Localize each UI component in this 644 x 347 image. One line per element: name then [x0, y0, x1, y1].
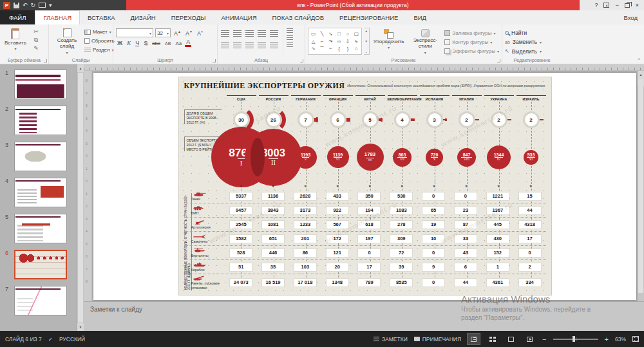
new-slide-button[interactable]: Создать слайд ▾ — [52, 26, 82, 55]
customize-qat-icon[interactable]: ▾ — [49, 0, 52, 10]
scrollbar-thumb[interactable] — [78, 73, 83, 323]
triangle-icon[interactable]: △ — [312, 39, 316, 44]
line-spacing-icon[interactable] — [270, 30, 278, 37]
wave-icon[interactable]: ~ — [329, 46, 332, 52]
notes-toggle[interactable]: ЗАМЕТКИ — [374, 336, 408, 342]
slide-thumbnail-6[interactable]: 6 — [5, 250, 72, 279]
grow-font-icon[interactable]: А▲ — [173, 30, 182, 37]
slide-thumbnail-2[interactable]: 2 — [5, 106, 72, 135]
underline-button[interactable]: Ч — [134, 40, 140, 46]
slide-thumbnail-1[interactable]: 1 — [5, 70, 72, 99]
font-dialog-launcher[interactable] — [213, 59, 216, 62]
freeform-icon[interactable]: ϟ — [355, 39, 357, 44]
layout-button[interactable]: Макет▾ — [84, 28, 115, 36]
redo-icon[interactable]: ↻ — [31, 0, 36, 10]
convert-smartart-icon[interactable] — [287, 42, 293, 48]
tab-переходы[interactable]: ПЕРЕХОДЫ — [164, 10, 214, 24]
undo-icon[interactable]: ↶ — [23, 0, 28, 10]
slide-thumbnail-5[interactable]: 5 — [5, 214, 72, 243]
shapes-gallery-scrollbar[interactable]: ▲▼⌄ — [364, 28, 370, 55]
arrange-button[interactable]: Упорядочить ▾ — [372, 26, 406, 55]
align-center-icon[interactable] — [233, 42, 242, 48]
slide-sorter-button[interactable] — [486, 333, 498, 344]
shrink-font-icon[interactable]: А▼ — [184, 30, 194, 37]
shape-fill-button[interactable]: Заливка фигуры▾ — [444, 29, 499, 37]
line-icon[interactable]: ╲ — [321, 31, 324, 37]
zoom-level[interactable]: 63% — [615, 336, 626, 342]
minimize-icon[interactable]: − — [615, 2, 618, 8]
align-left-icon[interactable] — [221, 42, 229, 48]
slide-thumbnail-4[interactable]: 4 — [5, 178, 72, 207]
replace-button[interactable]: abЗаменить▾ — [505, 38, 542, 46]
horizontal-ruler[interactable] — [84, 64, 644, 71]
reset-button[interactable]: Сбросить — [84, 37, 115, 45]
block-arrow-down-icon[interactable]: ⇩ — [346, 39, 350, 44]
zoom-slider-thumb[interactable] — [573, 336, 575, 342]
sign-in-link[interactable]: Вход — [618, 10, 644, 24]
close-icon[interactable]: × — [636, 2, 639, 8]
collapse-ribbon-icon[interactable]: ^ — [638, 57, 640, 62]
slide-thumbnail-7[interactable]: 7 — [5, 286, 72, 315]
scrollbar-thumb[interactable] — [638, 79, 643, 293]
scroll-up-icon[interactable]: ▲ — [638, 71, 644, 79]
vertical-ruler[interactable]: 87654321012345678 — [84, 71, 92, 301]
tab-дизайн[interactable]: ДИЗАЙН — [123, 10, 164, 24]
elbow-connector-icon[interactable]: ⌐ — [321, 39, 323, 44]
numbering-icon[interactable] — [233, 30, 242, 37]
drawing-dialog-launcher[interactable] — [497, 59, 500, 62]
justify-icon[interactable] — [258, 42, 266, 48]
decrease-indent-icon[interactable] — [245, 30, 254, 37]
section-button[interactable]: Раздел▾ — [84, 46, 115, 54]
arc-icon[interactable]: ⌒ — [319, 46, 325, 52]
quick-styles-button[interactable]: Экспресс-стили ▾ — [408, 26, 442, 55]
scribble-icon[interactable]: ∿ — [312, 46, 316, 52]
font-color-button[interactable]: А — [185, 39, 191, 47]
align-right-icon[interactable] — [245, 42, 254, 48]
zoom-slider[interactable] — [553, 339, 598, 340]
oval-icon[interactable]: ○ — [346, 31, 350, 37]
font-size-input[interactable]: 32▾ — [155, 28, 171, 37]
zoom-in-icon[interactable]: + — [605, 336, 609, 342]
start-slideshow-icon[interactable] — [39, 3, 46, 8]
find-button[interactable]: Найти — [505, 29, 542, 37]
block-arrow-right-icon[interactable]: ⇨ — [337, 39, 341, 44]
text-direction-icon[interactable] — [287, 28, 293, 34]
arrow-icon[interactable]: ↘ — [328, 31, 332, 37]
tab-анимация[interactable]: АНИМАЦИЯ — [214, 10, 265, 24]
tab-главная[interactable]: ГЛАВНАЯ — [35, 10, 80, 24]
bold-button[interactable]: Ж — [116, 40, 124, 46]
clear-formatting-icon[interactable]: А× — [196, 30, 204, 37]
tab-вид[interactable]: ВИД — [406, 10, 434, 24]
shape-effects-button[interactable]: Эффекты фигуры▾ — [444, 48, 499, 55]
fit-to-window-icon[interactable] — [632, 336, 639, 342]
normal-view-button[interactable] — [468, 333, 480, 344]
notes-panel[interactable]: Заметки к слайду — [84, 301, 644, 331]
reading-view-button[interactable] — [505, 333, 517, 344]
left-brace-icon[interactable]: { — [338, 46, 340, 52]
paste-button[interactable]: Вставить ▾ — [3, 26, 28, 55]
tab-файл[interactable]: ФАЙЛ — [0, 10, 35, 24]
language-indicator[interactable]: РУССКИЙ — [59, 336, 85, 342]
slide-thumbnail-3[interactable]: 3 — [5, 142, 72, 171]
paragraph-dialog-launcher[interactable] — [300, 59, 303, 62]
textbox-icon[interactable]: ▭ — [311, 31, 316, 37]
italic-button[interactable]: К — [126, 40, 132, 46]
thumbnail-scrollbar[interactable]: ▲ ▼ — [77, 64, 84, 331]
slide-canvas[interactable]: КРУПНЕЙШИЕ ЭКСПОРТЕРЫ ОРУЖИЯ Источники: … — [93, 73, 636, 300]
font-name-input[interactable]: ▾ — [116, 28, 153, 37]
shape-outline-button[interactable]: Контур фигуры▾ — [444, 38, 499, 46]
columns-icon[interactable] — [270, 42, 278, 48]
zoom-out-icon[interactable]: − — [542, 336, 546, 342]
copy-icon[interactable]: ⧉ — [30, 36, 42, 44]
shapes-gallery[interactable]: ▭╲↘□○▢△⌐↷⇨⇩ϟ∿⌒~{}☆ — [308, 28, 362, 55]
rounded-rectangle-icon[interactable]: ▢ — [354, 31, 359, 37]
star-icon[interactable]: ☆ — [354, 46, 359, 52]
restore-icon[interactable] — [625, 3, 630, 8]
rectangle-icon[interactable]: □ — [337, 31, 341, 37]
cut-icon[interactable]: ✂ — [30, 28, 42, 35]
change-case-button[interactable]: Аа — [174, 41, 183, 46]
spellcheck-icon[interactable]: ✓ — [48, 336, 53, 342]
increase-indent-icon[interactable] — [258, 30, 266, 37]
format-painter-icon[interactable]: ✎ — [30, 44, 42, 52]
ribbon-display-options-icon[interactable]: ▴ — [603, 3, 609, 8]
